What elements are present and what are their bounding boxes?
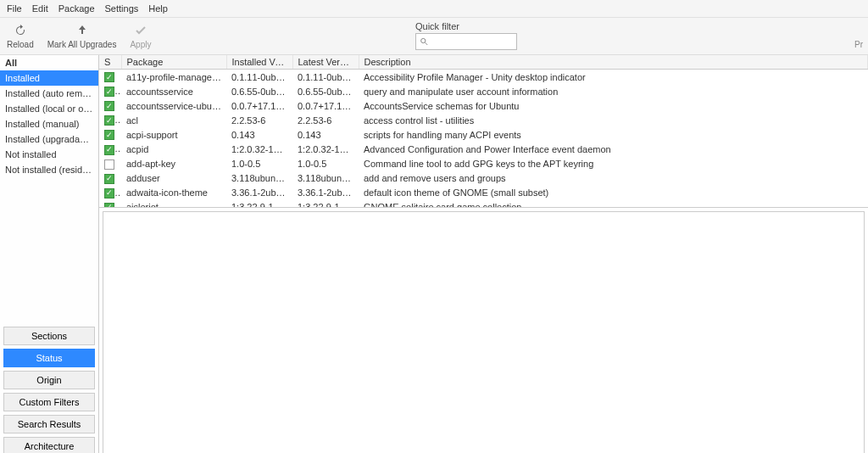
description-cell: scripts for handling many ACPI events [359, 127, 868, 142]
reload-label: Reload [7, 40, 34, 49]
status-cell[interactable]: ✓ [99, 84, 121, 98]
status-checkbox-icon: ✓ [104, 203, 114, 208]
package-table: S Package Installed Version Latest Versi… [99, 55, 868, 208]
apply-icon [133, 23, 148, 38]
col-header-package[interactable]: Package [121, 55, 226, 70]
latest-version-cell: 1:3.22.9-1 [292, 200, 359, 208]
installed-version-cell: 0.0.7+17.10.20170 [226, 98, 292, 113]
table-row[interactable]: add-apt-key1.0-0.51.0-0.5Command line to… [99, 157, 868, 171]
properties-truncated: Pr [854, 40, 863, 49]
installed-version-cell: 0.143 [226, 127, 292, 142]
latest-version-cell: 1:2.0.32-1ubuntu1 [292, 142, 359, 156]
col-header-s[interactable]: S [99, 55, 121, 70]
view-architecture-button[interactable]: Architecture [3, 437, 95, 453]
reload-icon [13, 23, 28, 38]
menu-edit[interactable]: Edit [32, 3, 48, 14]
menu-file[interactable]: File [7, 3, 22, 14]
latest-version-cell: 0.1.11-0ubuntu4 [292, 70, 359, 85]
view-status-button[interactable]: Status [3, 349, 95, 367]
toolbar: Reload Mark All Upgrades Apply Quick fil… [0, 18, 868, 55]
package-name-cell: accountsservice-ubuntu-schema [121, 98, 226, 113]
status-cell[interactable]: ✓ [99, 186, 121, 200]
latest-version-cell: 3.36.1-2ubuntu0.20 [292, 186, 359, 200]
apply-button[interactable]: Apply [130, 23, 151, 49]
filter-item[interactable]: Installed (local or obsolete) [0, 101, 98, 116]
filter-item[interactable]: Not installed (residual config) [0, 162, 98, 177]
status-cell[interactable]: ✓ [99, 171, 121, 186]
filter-item[interactable]: Not installed [0, 147, 98, 162]
table-row[interactable]: ✓aisleriot1:3.22.9-11:3.22.9-1GNOME soli… [99, 200, 868, 208]
search-icon [420, 36, 429, 47]
quick-filter: Quick filter [415, 21, 517, 50]
latest-version-cell: 1.0-0.5 [292, 157, 359, 171]
status-checkbox-icon: ✓ [104, 188, 114, 199]
svg-line-1 [426, 42, 428, 45]
installed-version-cell: 1:2.0.32-1ubuntu1 [226, 142, 292, 156]
filter-list[interactable]: All InstalledInstalled (auto removable)I… [0, 55, 98, 323]
table-row[interactable]: ✓acl2.2.53-62.2.53-6access control list … [99, 113, 868, 127]
installed-version-cell: 3.36.1-2ubuntu0.20 [226, 186, 292, 200]
description-cell: AccountsService schemas for Ubuntu [359, 98, 868, 113]
package-name-cell: acpi-support [121, 127, 226, 142]
description-cell: query and manipulate user account inform… [359, 84, 868, 98]
mark-all-upgrades-button[interactable]: Mark All Upgrades [47, 23, 117, 49]
filter-heading-all[interactable]: All [0, 55, 98, 70]
menu-package[interactable]: Package [58, 3, 95, 14]
table-row[interactable]: ✓a11y-profile-manager-indicator0.1.11-0u… [99, 70, 868, 85]
status-cell[interactable] [99, 157, 121, 171]
package-name-cell: aisleriot [121, 200, 226, 208]
installed-version-cell: 0.1.11-0ubuntu4 [226, 70, 292, 85]
package-name-cell: acpid [121, 142, 226, 156]
status-cell[interactable]: ✓ [99, 200, 121, 208]
installed-version-cell: 0.6.55-0ubuntu12~2 [226, 84, 292, 98]
menu-settings[interactable]: Settings [105, 3, 139, 14]
installed-version-cell: 3.118ubuntu2 [226, 171, 292, 186]
table-row[interactable]: ✓accountsservice-ubuntu-schema0.0.7+17.1… [99, 98, 868, 113]
table-row[interactable]: ✓adduser3.118ubuntu23.118ubuntu2add and … [99, 171, 868, 186]
sidebar: All InstalledInstalled (auto removable)I… [0, 55, 99, 453]
quick-filter-input[interactable] [431, 36, 513, 47]
main-area: All InstalledInstalled (auto removable)I… [0, 55, 868, 453]
filter-item[interactable]: Installed (auto removable) [0, 86, 98, 101]
installed-version-cell: 1:3.22.9-1 [226, 200, 292, 208]
package-name-cell: acl [121, 113, 226, 127]
package-name-cell: adwaita-icon-theme [121, 186, 226, 200]
filter-item[interactable]: Installed (upgradable) [0, 131, 98, 147]
package-details-pane[interactable] [103, 211, 865, 453]
view-origin-button[interactable]: Origin [3, 371, 95, 389]
table-row[interactable]: ✓adwaita-icon-theme3.36.1-2ubuntu0.203.3… [99, 186, 868, 200]
package-name-cell: accountsservice [121, 84, 226, 98]
status-cell[interactable]: ✓ [99, 142, 121, 156]
col-header-latest-version[interactable]: Latest Version [292, 55, 359, 70]
table-row[interactable]: ✓acpid1:2.0.32-1ubuntu11:2.0.32-1ubuntu1… [99, 142, 868, 156]
description-cell: add and remove users and groups [359, 171, 868, 186]
quick-filter-box[interactable] [415, 33, 517, 50]
view-custom-filters-button[interactable]: Custom Filters [3, 393, 95, 411]
status-cell[interactable]: ✓ [99, 70, 121, 85]
status-checkbox-icon: ✓ [104, 101, 114, 111]
filter-item[interactable]: Installed (manual) [0, 116, 98, 131]
apply-label: Apply [130, 40, 151, 49]
status-checkbox-icon: ✓ [104, 72, 114, 82]
status-cell[interactable]: ✓ [99, 127, 121, 142]
view-sections-button[interactable]: Sections [3, 327, 95, 345]
latest-version-cell: 0.0.7+17.10.20170 [292, 98, 359, 113]
menu-help[interactable]: Help [148, 3, 168, 14]
col-header-description[interactable]: Description [359, 55, 868, 70]
latest-version-cell: 0.143 [292, 127, 359, 142]
status-cell[interactable]: ✓ [99, 113, 121, 127]
status-checkbox-icon: ✓ [104, 87, 114, 97]
installed-version-cell: 1.0-0.5 [226, 157, 292, 171]
table-row[interactable]: ✓acpi-support0.1430.143scripts for handl… [99, 127, 868, 142]
quick-filter-label: Quick filter [415, 21, 517, 31]
description-cell: Accessibility Profile Manager - Unity de… [359, 70, 868, 85]
col-header-installed-version[interactable]: Installed Version [226, 55, 292, 70]
reload-button[interactable]: Reload [7, 23, 34, 49]
table-row[interactable]: ✓accountsservice0.6.55-0ubuntu12~20.6.55… [99, 84, 868, 98]
status-cell[interactable]: ✓ [99, 98, 121, 113]
package-table-wrapper[interactable]: S Package Installed Version Latest Versi… [99, 55, 868, 208]
view-search-results-button[interactable]: Search Results [3, 415, 95, 433]
filter-item[interactable]: Installed [0, 70, 98, 86]
package-name-cell: adduser [121, 171, 226, 186]
description-cell: Command line tool to add GPG keys to the… [359, 157, 868, 171]
